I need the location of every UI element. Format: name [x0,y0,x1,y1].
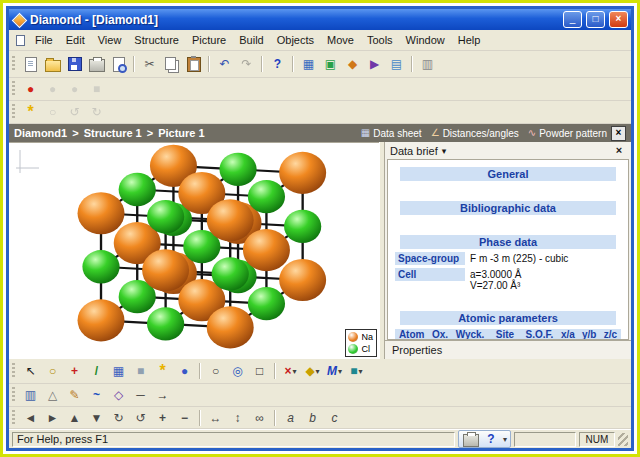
atom-cl[interactable] [248,180,285,213]
move-z-icon[interactable]: ↕ [227,409,248,427]
menu-objects[interactable]: Objects [271,32,320,48]
view-along-a-icon[interactable]: a [280,409,301,427]
toolbar-grip[interactable] [12,363,15,379]
atom-cl[interactable] [147,200,184,233]
menu-move[interactable]: Move [321,32,360,48]
menu-window[interactable]: Window [400,32,451,48]
toolbar-grip[interactable] [12,56,15,72]
layout-icon[interactable]: ▥ [417,55,438,73]
resize-grip[interactable] [618,433,628,446]
wire-model-icon[interactable]: ○ [205,362,226,380]
shape-icon[interactable]: ◇ [108,386,129,404]
print-report-icon[interactable] [462,432,480,446]
open-icon[interactable] [42,55,63,73]
spin-icon[interactable]: ∞ [249,409,270,427]
lighting-icon[interactable]: * [152,362,173,380]
help-topics-icon[interactable]: ? [482,432,500,446]
close-button[interactable]: × [609,11,628,28]
menu-build[interactable]: Build [233,32,269,48]
background-icon[interactable]: ■▾ [346,362,367,380]
atom-cl[interactable] [212,257,249,290]
print-icon[interactable] [86,55,107,73]
atom-cl[interactable] [147,307,184,340]
tables-icon[interactable]: ▤ [386,55,407,73]
context-help-icon[interactable]: ? [267,55,288,73]
add-atom-icon[interactable]: + [64,362,85,380]
tab-distances-angles[interactable]: ∠Distances/angles [431,128,519,139]
animation-icon[interactable]: ▶ [364,55,385,73]
undo-icon[interactable]: ↶ [214,55,235,73]
atom-na[interactable] [243,229,290,271]
filter-icon[interactable]: * [20,103,41,121]
curve-icon[interactable]: ~ [86,386,107,404]
tab-data-sheet[interactable]: ▦Data sheet [361,128,422,139]
pointer-icon[interactable]: ↖ [20,362,41,380]
step-left-icon[interactable]: ◄ [20,409,41,427]
structure-picture-icon[interactable]: ▣ [320,55,341,73]
view-along-b-icon[interactable]: b [302,409,323,427]
arrow-icon[interactable]: → [152,386,173,404]
copy-icon[interactable] [161,55,182,73]
section-phase-data[interactable]: Phase data [400,235,616,249]
section-atomic-parameters[interactable]: Atomic parameters [400,311,616,325]
minimize-button[interactable]: _ [563,11,582,28]
new-icon[interactable] [20,55,41,73]
save-icon[interactable] [64,55,85,73]
toolbar-options-icon[interactable]: ▾ [503,435,507,444]
angle-measure-icon[interactable]: △ [42,386,63,404]
zoom-out-icon[interactable]: − [174,409,195,427]
atom-cl[interactable] [248,287,285,320]
toolbar-grip[interactable] [12,387,15,403]
rotate-ccw-icon[interactable]: ↺ [130,409,151,427]
ring-icon[interactable]: ◎ [227,362,248,380]
toolbar-grip[interactable] [12,104,15,120]
view-along-c-icon[interactable]: c [324,409,345,427]
atom-na[interactable] [279,152,326,194]
add-bond-icon[interactable]: / [86,362,107,380]
atom-cl[interactable] [284,210,321,243]
material-icon[interactable]: M▾ [324,362,345,380]
print-preview-icon[interactable] [108,55,129,73]
atom-na[interactable] [78,299,125,341]
atom-na[interactable] [207,199,254,241]
step-right-icon[interactable]: ► [42,409,63,427]
destroy-icon[interactable]: ×▾ [280,362,301,380]
atom-cl[interactable] [82,250,119,283]
move-xy-icon[interactable]: ↔ [205,409,226,427]
tab-powder-pattern[interactable]: ∿Powder pattern [528,128,607,139]
document-icon[interactable] [14,34,26,46]
menu-help[interactable]: Help [452,32,487,48]
breadcrumb-item[interactable]: Picture 1 [158,127,204,139]
render-icon[interactable]: ◆ [342,55,363,73]
menu-structure[interactable]: Structure [128,32,185,48]
step-down-icon[interactable]: ▼ [86,409,107,427]
data-sheet-icon[interactable]: ▦ [298,55,319,73]
atom-cl[interactable] [219,153,256,186]
close-panel-icon[interactable]: × [612,144,626,157]
atom-na[interactable] [207,306,254,348]
zoom-in-icon[interactable]: + [152,409,173,427]
menu-view[interactable]: View [92,32,128,48]
toolbar-grip[interactable] [12,410,15,426]
close-navigation-icon[interactable]: × [611,126,626,141]
properties-tab[interactable]: Properties [385,340,631,359]
menu-file[interactable]: File [29,32,59,48]
menu-picture[interactable]: Picture [186,32,232,48]
toolbar-grip[interactable] [12,81,15,97]
breadcrumb-item[interactable]: Diamond1 [14,127,67,139]
diagram-icon[interactable]: ▥ [20,386,41,404]
atom-na[interactable] [78,192,125,234]
zoom-icon[interactable]: ○ [42,362,63,380]
section-general[interactable]: General [400,167,616,181]
add-all-atoms-icon[interactable]: ● [20,80,41,98]
maximize-button[interactable]: □ [586,11,605,28]
breadcrumb-item[interactable]: Structure 1 [84,127,142,139]
atom-na[interactable] [279,259,326,301]
menu-edit[interactable]: Edit [60,32,91,48]
pen-icon[interactable]: ✎ [64,386,85,404]
step-up-icon[interactable]: ▲ [64,409,85,427]
chevron-down-icon[interactable]: ▾ [442,146,447,156]
diamond-app-icon[interactable] [12,13,26,27]
structure-view[interactable]: NaCl [9,142,379,359]
atom-design-icon[interactable]: ● [174,362,195,380]
